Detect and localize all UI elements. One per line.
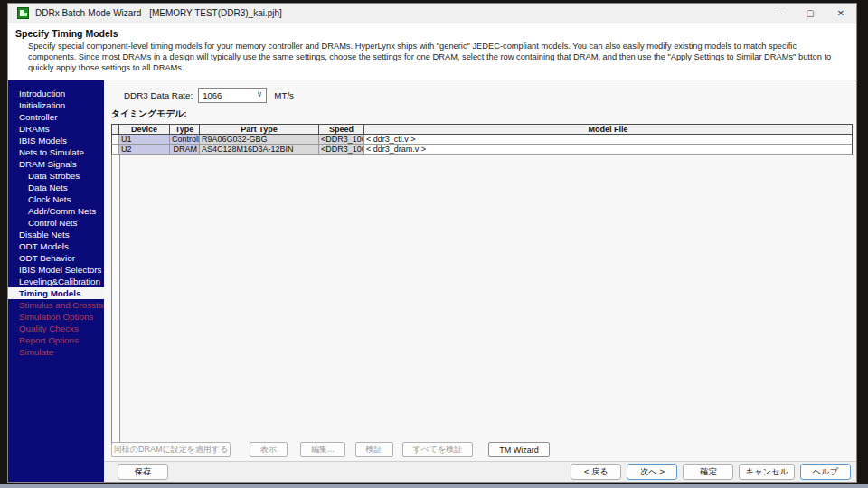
sidebar-item-ibis-models[interactable]: IBIS Models xyxy=(8,135,104,146)
page-description: Specify special component-level timing m… xyxy=(28,42,844,74)
save-button[interactable]: 保存 xyxy=(118,464,168,480)
next-button[interactable]: 次へ > xyxy=(627,464,677,480)
table-row[interactable]: U1 Controller R9A06G032-GBG <DDR3_1066> … xyxy=(111,135,853,145)
sidebar-item-clock-nets[interactable]: Clock Nets xyxy=(8,193,104,205)
sidebar-item-initialization[interactable]: Initialization xyxy=(8,99,104,111)
data-rate-value: 1066 xyxy=(203,90,222,100)
sidebar-item-disable-nets[interactable]: Disable Nets xyxy=(8,229,104,240)
chevron-down-icon: ∨ xyxy=(257,89,263,99)
taskbar-edge xyxy=(0,484,868,488)
sidebar-item-stimulus-crosstalk[interactable]: Stimulus and Crosstalk xyxy=(8,299,104,311)
data-rate-unit: MT/s xyxy=(274,90,294,100)
sidebar-item-dram-signals[interactable]: DRAM Signals xyxy=(8,158,104,170)
wizard-window: DDRx Batch-Mode Wizard - [MEMORY-TEST(DD… xyxy=(7,3,857,483)
close-icon[interactable]: ✕ xyxy=(826,4,856,23)
cancel-button[interactable]: キャンセル xyxy=(739,464,795,480)
sidebar-item-odt-behavior[interactable]: ODT Behavior xyxy=(8,252,104,264)
sidebar-item-timing-models[interactable]: Timing Models xyxy=(8,287,104,299)
verify-button[interactable]: 検証 xyxy=(355,442,393,457)
cell-device: U2 xyxy=(119,145,170,155)
data-rate-label: DDR3 Data Rate: xyxy=(124,90,193,100)
col-header-device: Device xyxy=(119,124,170,135)
col-header-model-file: Model File xyxy=(364,124,853,135)
maximize-icon[interactable]: ▢ xyxy=(795,4,826,23)
apply-to-similar-drams-button[interactable]: 同様のDRAMに設定を適用する xyxy=(111,442,231,457)
sidebar-item-simulation-options[interactable]: Simulation Options xyxy=(8,311,104,323)
window-title: DDRx Batch-Mode Wizard - [MEMORY-TEST(DD… xyxy=(35,8,282,18)
edit-button[interactable]: 編集... xyxy=(300,442,345,457)
window-controls: – ▢ ✕ xyxy=(764,4,856,23)
cell-part-type: R9A06G032-GBG xyxy=(200,135,319,145)
view-button[interactable]: 表示 xyxy=(250,442,288,457)
table-header-row: Device Type Part Type Speed Model File xyxy=(111,124,853,135)
cell-part-type: AS4C128M16D3A-12BIN xyxy=(200,145,319,155)
timing-models-label: タイミングモデル: xyxy=(111,108,186,120)
table-actions: 同様のDRAMに設定を適用する 表示 編集... 検証 すべてを検証 TM Wi… xyxy=(111,442,550,457)
col-header-part-type: Part Type xyxy=(200,124,319,135)
tm-wizard-button[interactable]: TM Wizard xyxy=(488,442,550,457)
sidebar-item-odt-models[interactable]: ODT Models xyxy=(8,240,104,252)
sidebar-item-ibis-model-selectors[interactable]: IBIS Model Selectors xyxy=(8,264,104,276)
confirm-button[interactable]: 確定 xyxy=(683,464,733,480)
table-row[interactable]: U2 DRAM AS4C128M16D3A-12BIN <DDR3_1066> … xyxy=(111,145,853,155)
col-header-selector xyxy=(111,124,119,135)
col-header-speed: Speed xyxy=(319,124,364,135)
sidebar-item-drams[interactable]: DRAMs xyxy=(8,123,104,135)
sidebar-item-leveling-calibration[interactable]: Leveling&Calibration xyxy=(8,276,104,287)
cell-type: DRAM xyxy=(170,145,200,155)
page-header: Specify Timing Models Specify special co… xyxy=(8,23,856,80)
timing-models-table: Device Type Part Type Speed Model File U… xyxy=(111,124,853,453)
col-header-type: Type xyxy=(170,124,200,135)
sidebar-item-simulate[interactable]: Simulate xyxy=(8,346,104,358)
wizard-footer: 保存 < 戻る 次へ > 確定 キャンセル ヘルプ xyxy=(104,461,856,482)
cell-device: U1 xyxy=(119,135,170,145)
cell-model-file: < ddr3_ctl.v > xyxy=(364,135,853,145)
cell-model-file: < ddr3_dram.v > xyxy=(364,145,853,155)
sidebar-item-data-strobes[interactable]: Data Strobes xyxy=(8,170,104,182)
sidebar-item-report-options[interactable]: Report Options xyxy=(8,334,104,346)
wizard-body: Introduction Initialization Controller D… xyxy=(8,80,856,482)
cell-speed: <DDR3_1066> xyxy=(319,135,364,145)
help-button[interactable]: ヘルプ xyxy=(800,464,851,480)
sidebar-item-nets-to-simulate[interactable]: Nets to Simulate xyxy=(8,146,104,158)
sidebar-item-data-nets[interactable]: Data Nets xyxy=(8,182,104,193)
sidebar-item-introduction[interactable]: Introduction xyxy=(8,88,104,99)
sidebar-item-controller[interactable]: Controller xyxy=(8,111,104,123)
data-rate-select[interactable]: 1066 ∨ xyxy=(198,88,267,103)
app-icon xyxy=(17,7,29,19)
sidebar-nav: Introduction Initialization Controller D… xyxy=(8,80,104,482)
page-title: Specify Timing Models xyxy=(15,28,847,39)
cell-type: Controller xyxy=(170,135,200,145)
title-bar: DDRx Batch-Mode Wizard - [MEMORY-TEST(DD… xyxy=(8,4,856,23)
sidebar-item-addr-comm-nets[interactable]: Addr/Comm Nets xyxy=(8,205,104,217)
nav-button-group: < 戻る 次へ > 確定 キャンセル ヘルプ xyxy=(571,464,851,480)
sidebar-item-control-nets[interactable]: Control Nets xyxy=(8,217,104,229)
verify-all-button[interactable]: すべてを検証 xyxy=(402,442,474,457)
row-selector[interactable] xyxy=(111,135,119,145)
minimize-icon[interactable]: – xyxy=(764,4,795,23)
data-rate-row: DDR3 Data Rate: 1066 ∨ MT/s xyxy=(124,88,294,103)
back-button[interactable]: < 戻る xyxy=(571,464,621,480)
screen: DDRx Batch-Mode Wizard - [MEMORY-TEST(DD… xyxy=(0,0,868,488)
row-selector[interactable] xyxy=(111,145,119,155)
sidebar-item-quality-checks[interactable]: Quality Checks xyxy=(8,323,104,334)
main-panel: DDR3 Data Rate: 1066 ∨ MT/s タイミングモデル: De… xyxy=(104,80,856,482)
table-empty-area xyxy=(111,155,120,453)
cell-speed: <DDR3_1066> xyxy=(319,145,364,155)
